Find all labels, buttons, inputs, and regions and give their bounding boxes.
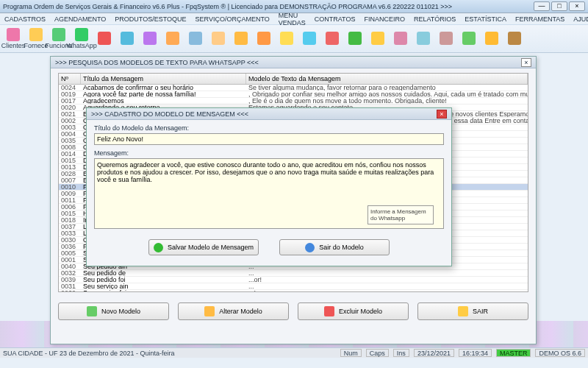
search-window-footer: Novo Modelo Alterar Modelo Excluir Model… bbox=[51, 297, 536, 326]
toolbar-label: WhatsApp bbox=[66, 42, 97, 49]
table-row[interactable]: 0024Acabamos de confirmar o seu horárioS… bbox=[59, 85, 528, 91]
menu-item[interactable]: CADASTROS bbox=[4, 15, 46, 23]
edit-window-titlebar: >>> CADASTRO DO MODELO DE MENSAGEM <<< × bbox=[87, 108, 451, 120]
exit-button[interactable]: SAIR bbox=[417, 302, 528, 320]
toolbar-label: Clientes bbox=[1, 42, 26, 49]
toolbar-button[interactable] bbox=[298, 26, 320, 52]
col-model[interactable]: Modelo de Texto da Mensagem bbox=[246, 74, 528, 84]
toolbar-icon bbox=[143, 32, 157, 45]
toolbar-button[interactable] bbox=[458, 26, 480, 52]
tooltip: Informe a Mensagem do Whatsapp bbox=[368, 205, 434, 224]
toolbar-button[interactable] bbox=[276, 26, 298, 52]
toolbar-button[interactable] bbox=[344, 26, 366, 52]
new-model-button[interactable]: Novo Modelo bbox=[58, 302, 169, 320]
window-controls: — □ × bbox=[534, 1, 585, 11]
toolbar-button[interactable] bbox=[412, 26, 434, 52]
toolbar-button[interactable] bbox=[207, 26, 229, 52]
edit-window: >>> CADASTRO DO MODELO DE MENSAGEM <<< ×… bbox=[86, 107, 452, 266]
table-row[interactable]: 0031Seu serviço ain... bbox=[59, 283, 528, 290]
title-input[interactable] bbox=[94, 133, 444, 145]
toolbar-button[interactable] bbox=[139, 26, 161, 52]
toolbar-icon bbox=[280, 32, 293, 45]
toolbar-icon bbox=[348, 32, 362, 45]
toolbar-button[interactable] bbox=[162, 26, 184, 52]
table-row[interactable]: 0017Agradecemos, Ele é o dia de quem nos… bbox=[59, 98, 528, 105]
toolbar-icon bbox=[75, 28, 88, 41]
menu-item[interactable]: AGENDAMENTO bbox=[54, 15, 106, 23]
menu-item[interactable]: AJUDA bbox=[573, 15, 588, 23]
menubar: CADASTROS AGENDAMENTO PRODUTOS/ESTOQUE S… bbox=[0, 13, 588, 25]
edit-model-button[interactable]: Alterar Modelo bbox=[178, 302, 289, 320]
toolbar-button[interactable]: WhatsApp bbox=[71, 26, 93, 52]
statusbar: SUA CIDADE - UF 23 de Dezembro de 2021 -… bbox=[0, 347, 588, 358]
toolbar-icon bbox=[257, 32, 270, 45]
toolbar-icon bbox=[29, 28, 43, 41]
toolbar: ClientesForneceFuncionaWhatsApp bbox=[0, 25, 588, 53]
toolbar-button[interactable] bbox=[116, 26, 138, 52]
status-time: 16:19:34 bbox=[459, 349, 492, 357]
toolbar-button[interactable] bbox=[321, 26, 343, 52]
col-title[interactable]: Título da Mensagem bbox=[81, 74, 246, 84]
toolbar-button[interactable]: Clientes bbox=[2, 26, 24, 52]
exit-model-button[interactable]: Sair do Modelo bbox=[279, 239, 390, 255]
toolbar-icon bbox=[189, 32, 202, 45]
toolbar-icon bbox=[7, 28, 20, 41]
toolbar-button[interactable] bbox=[481, 26, 503, 52]
table-row[interactable]: 0029Seu serviço foi...! bbox=[59, 290, 528, 292]
menu-item[interactable]: SERVIÇO/ORÇAMENTO bbox=[196, 15, 270, 23]
status-left: SUA CIDADE - UF 23 de Dezembro de 2021 -… bbox=[3, 350, 175, 357]
toolbar-icon bbox=[303, 32, 316, 45]
toolbar-button[interactable] bbox=[390, 26, 412, 52]
status-version: DEMO OS 6.6 bbox=[535, 349, 585, 357]
menu-item[interactable]: PRODUTOS/ESTOQUE bbox=[115, 15, 186, 23]
toolbar-button[interactable] bbox=[435, 26, 457, 52]
toolbar-icon bbox=[508, 32, 521, 45]
menu-item[interactable]: ESTATÍSTICA bbox=[465, 15, 506, 23]
status-caps: Caps bbox=[366, 349, 389, 357]
toolbar-button[interactable] bbox=[93, 26, 115, 52]
table-row[interactable]: 0032Seu pedido de... bbox=[59, 270, 528, 277]
save-button[interactable]: Salvar Modelo de Mensagem bbox=[148, 239, 259, 255]
minimize-button[interactable]: — bbox=[534, 1, 550, 11]
menu-item[interactable]: MENU VENDAS bbox=[279, 12, 306, 26]
close-icon[interactable]: × bbox=[437, 110, 447, 118]
toolbar-button[interactable] bbox=[253, 26, 275, 52]
status-date: 23/12/2021 bbox=[414, 349, 454, 357]
toolbar-icon bbox=[371, 32, 384, 45]
workspace: >>> PESQUISA DOS MODELOS DE TEXTO PARA W… bbox=[0, 53, 588, 358]
toolbar-button[interactable] bbox=[184, 26, 207, 52]
table-row[interactable]: 0019Agora você faz parte de nossa famíli… bbox=[59, 91, 528, 98]
plus-icon bbox=[87, 306, 97, 316]
toolbar-icon bbox=[394, 32, 407, 45]
toolbar-button[interactable]: Fornece bbox=[25, 26, 47, 52]
close-icon[interactable]: × bbox=[521, 58, 531, 67]
maximize-button[interactable]: □ bbox=[551, 1, 567, 11]
menu-item[interactable]: CONTRATOS bbox=[315, 15, 356, 23]
delete-icon bbox=[324, 306, 334, 316]
status-ins: Ins bbox=[393, 349, 409, 357]
menu-item[interactable]: FINANCEIRO bbox=[364, 15, 405, 23]
menu-item[interactable]: RELATÓRIOS bbox=[414, 15, 456, 23]
window-title: Programa Ordem de Serviços Gerais & Fina… bbox=[3, 3, 534, 10]
check-icon bbox=[154, 243, 163, 252]
toolbar-button[interactable] bbox=[367, 26, 389, 52]
col-num[interactable]: Nº bbox=[59, 74, 81, 84]
toolbar-icon bbox=[98, 32, 111, 45]
toolbar-icon bbox=[212, 32, 225, 45]
toolbar-icon bbox=[462, 32, 476, 45]
toolbar-icon bbox=[52, 28, 65, 41]
status-num: Num bbox=[340, 349, 362, 357]
search-window-title: >>> PESQUISA DOS MODELOS DE TEXTO PARA W… bbox=[55, 59, 259, 66]
message-label: Mensagem: bbox=[94, 149, 444, 157]
edit-window-footer: Salvar Modelo de Mensagem Sair do Modelo bbox=[87, 235, 451, 260]
edit-icon bbox=[204, 306, 215, 316]
toolbar-icon bbox=[234, 32, 248, 45]
close-button[interactable]: × bbox=[569, 1, 585, 11]
toolbar-button[interactable] bbox=[230, 26, 252, 52]
menu-item[interactable]: FERRAMENTAS bbox=[515, 15, 564, 23]
table-row[interactable]: 0039Seu pedido foi...or! bbox=[59, 277, 528, 283]
search-window-titlebar: >>> PESQUISA DOS MODELOS DE TEXTO PARA W… bbox=[51, 57, 536, 68]
delete-model-button[interactable]: Excluir Modelo bbox=[298, 302, 409, 320]
title-label: Título do Modelo da Mensagem: bbox=[94, 124, 444, 132]
toolbar-button[interactable] bbox=[503, 26, 526, 52]
